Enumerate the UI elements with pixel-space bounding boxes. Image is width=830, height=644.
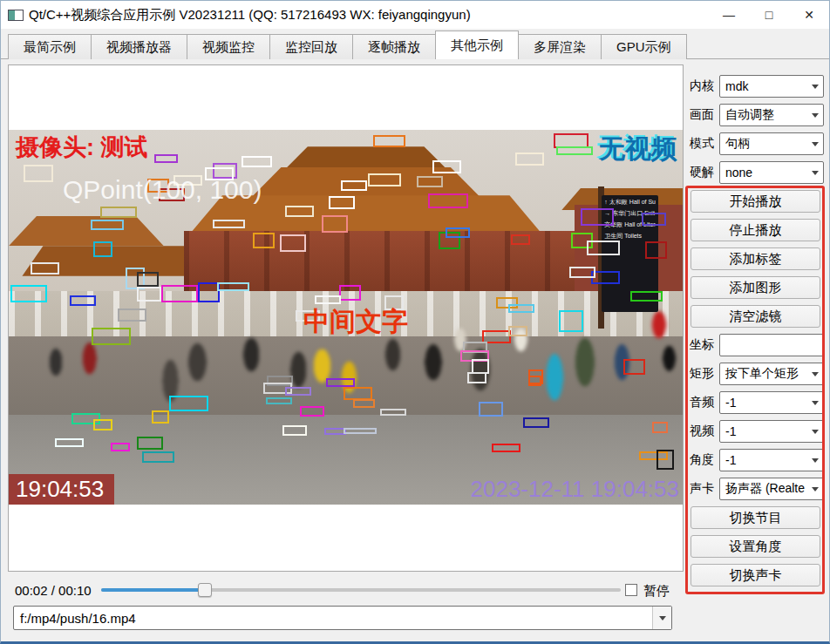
annotation-rect [569, 267, 595, 278]
annotation-rect [642, 213, 666, 226]
hwdec-combobox[interactable]: none [719, 161, 824, 184]
annotation-rect [492, 444, 520, 452]
switch-program-button[interactable]: 切换节目 [691, 506, 820, 529]
hwdec-label: 硬解 [686, 165, 719, 180]
chevron-down-icon [807, 372, 823, 376]
kernel-row: 内核mdk [686, 75, 824, 98]
sound-card-row: 声卡扬声器 (Realte [686, 478, 824, 500]
annotation-rect [508, 304, 534, 313]
chevron-down-icon [807, 487, 823, 491]
file-path-value[interactable]: f:/mp4/push/16.mp4 [14, 611, 652, 626]
add-graphic-button[interactable]: 添加图形 [691, 276, 820, 299]
set-angle-row: 设置角度 [686, 535, 824, 558]
kernel-combobox[interactable]: mdk [719, 75, 824, 98]
screen-mode-row: 画面自动调整 [686, 104, 824, 126]
annotation-rect [253, 233, 275, 248]
qpoint-osd-label: QPoint(100, 100) [63, 175, 262, 205]
render-mode-value: 句柄 [720, 136, 807, 152]
annotation-rect [91, 220, 124, 230]
chevron-down-icon [807, 401, 823, 405]
annotation-rect [137, 287, 161, 302]
sound-card-combobox[interactable]: 扬声器 (Realte [719, 478, 824, 500]
switch-sound-card-row: 切换声卡 [686, 564, 824, 586]
annotation-rect [329, 196, 355, 209]
chevron-down-icon [659, 616, 666, 620]
stop-play-button[interactable]: 停止播放 [691, 219, 820, 241]
annotation-rect [10, 285, 47, 302]
tab-8[interactable]: GPU示例 [601, 34, 687, 59]
clear-filters-button[interactable]: 清空滤镜 [691, 305, 820, 328]
tab-7[interactable]: 多屏渲染 [518, 34, 602, 59]
annotation-rect [213, 220, 245, 228]
start-play-row: 开始播放 [686, 190, 824, 213]
render-mode-combobox[interactable]: 句柄 [719, 132, 824, 155]
video-track-value: -1 [720, 424, 807, 438]
add-label-button[interactable]: 添加标签 [691, 247, 820, 270]
chevron-down-icon [807, 171, 823, 175]
seek-slider-fill [101, 588, 205, 592]
annotation-rect [55, 438, 84, 447]
file-path-dropdown-button[interactable] [652, 607, 671, 629]
annotation-rect [652, 422, 668, 433]
angle-combobox[interactable]: -1 [719, 449, 824, 471]
audio-track-combobox[interactable]: -1 [719, 391, 824, 414]
maximize-button[interactable]: □ [749, 1, 789, 29]
annotation-rect [417, 176, 443, 187]
playback-time-label: 00:02 / 00:10 [15, 583, 92, 598]
pause-checkbox[interactable] [625, 584, 637, 596]
annotation-rect [118, 308, 146, 322]
sound-card-label: 声卡 [686, 481, 719, 497]
title-bar: Qt/C++视频综合应用示例 V20231211 (QQ: 517216493 … [1, 1, 829, 29]
annotation-rect [528, 376, 541, 386]
rect-mode-combobox[interactable]: 按下单个矩形 [719, 363, 824, 385]
angle-row: 角度-1 [686, 449, 824, 471]
annotation-rect [169, 396, 208, 411]
annotation-rect [285, 206, 314, 217]
center-osd-label: 中间文字 [303, 304, 408, 340]
annotation-rect [467, 372, 486, 383]
window-controls: — □ ✕ [709, 1, 829, 29]
annotation-rect [623, 359, 645, 375]
chevron-down-icon [807, 458, 823, 463]
rect-mode-value: 按下单个矩形 [720, 366, 807, 382]
kernel-value: mdk [720, 79, 807, 93]
screen-mode-combobox[interactable]: 自动调整 [719, 104, 824, 126]
set-angle-button[interactable]: 设置角度 [691, 535, 820, 558]
video-display[interactable]: ↑ 太和殿 Hall of Supreme→ 东华门出口 Exit at Eas… [9, 130, 683, 505]
seek-slider-handle[interactable] [198, 583, 212, 597]
annotation-rect [645, 241, 667, 259]
rect-mode-row: 矩形按下单个矩形 [686, 363, 824, 385]
annotation-rect [368, 173, 401, 186]
minimize-button[interactable]: — [709, 1, 749, 29]
seek-slider[interactable] [101, 583, 621, 597]
annotation-rect [344, 428, 377, 434]
close-button[interactable]: ✕ [789, 1, 829, 29]
switch-sound-card-button[interactable]: 切换声卡 [691, 564, 820, 586]
annotation-rect [587, 241, 620, 255]
datetime-osd: 2023-12-11 19:04:53 [471, 476, 680, 503]
annotation-rect [285, 387, 311, 396]
annotation-rect [154, 154, 178, 163]
annotation-rect [511, 234, 530, 245]
annotation-rect [344, 387, 372, 400]
annotation-rect [242, 156, 272, 167]
annotation-rect [353, 399, 375, 408]
annotation-rect [24, 165, 53, 182]
tab-6[interactable]: 其他示例 [435, 31, 519, 59]
tab-3[interactable]: 视频监控 [187, 34, 270, 59]
rect-mode-label: 矩形 [686, 366, 719, 382]
annotation-rect [142, 451, 174, 463]
tab-2[interactable]: 视频播放器 [91, 34, 187, 59]
video-track-combobox[interactable]: -1 [719, 420, 824, 443]
annotation-rect [93, 419, 112, 430]
video-panel: ↑ 太和殿 Hall of Supreme→ 东华门出口 Exit at Eas… [8, 64, 684, 572]
tab-1[interactable]: 最简示例 [8, 34, 92, 59]
annotation-rect [137, 437, 163, 450]
tab-4[interactable]: 监控回放 [269, 34, 353, 59]
chevron-down-icon [807, 85, 823, 89]
annotation-rect [100, 207, 137, 218]
tab-5[interactable]: 逐帧播放 [352, 34, 436, 59]
coordinate-field[interactable] [719, 334, 824, 356]
start-play-button[interactable]: 开始播放 [691, 190, 820, 213]
file-path-combobox[interactable]: f:/mp4/push/16.mp4 [13, 606, 672, 630]
